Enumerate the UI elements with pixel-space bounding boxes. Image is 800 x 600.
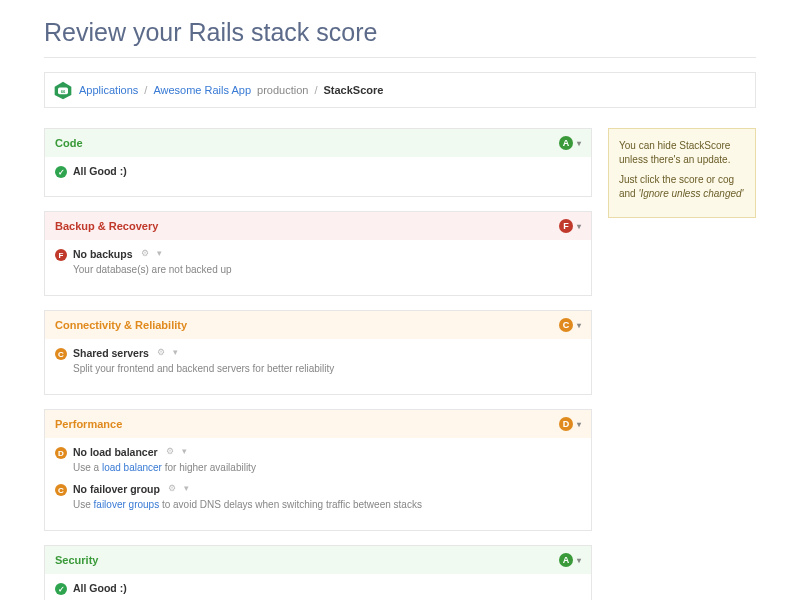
gear-icon[interactable]: ⚙ bbox=[168, 483, 176, 493]
item-title: No backups bbox=[73, 248, 133, 260]
tip-line1: You can hide StackScore unless there's a… bbox=[619, 139, 745, 167]
breadcrumb-sep: / bbox=[314, 84, 317, 96]
section: CodeA▾✓All Good :) bbox=[44, 128, 592, 197]
item-description: Split your frontend and backend servers … bbox=[73, 362, 581, 376]
item-badge: C bbox=[55, 348, 67, 360]
item-description: Use a load balancer for higher availabil… bbox=[73, 461, 581, 475]
chevron-down-icon[interactable]: ▾ bbox=[577, 222, 581, 231]
breadcrumb-sep: / bbox=[144, 84, 147, 96]
section: SecurityA▾✓All Good :) bbox=[44, 545, 592, 600]
breadcrumb: 66 Applications / Awesome Rails App prod… bbox=[44, 72, 756, 108]
item-badge: ✓ bbox=[55, 166, 67, 178]
section-title: Backup & Recovery bbox=[55, 220, 158, 232]
grade-badge[interactable]: C bbox=[559, 318, 573, 332]
chevron-down-icon[interactable]: ▾ bbox=[157, 248, 162, 258]
section-title: Connectivity & Reliability bbox=[55, 319, 187, 331]
grade-badge[interactable]: A bbox=[559, 136, 573, 150]
item-badge: F bbox=[55, 249, 67, 261]
tip-box: You can hide StackScore unless there's a… bbox=[608, 128, 756, 218]
tip-line2: Just click the score or cog and 'Ignore … bbox=[619, 173, 745, 201]
sections-column: CodeA▾✓All Good :)Backup & RecoveryF▾FNo… bbox=[44, 128, 592, 600]
section-header[interactable]: Backup & RecoveryF▾ bbox=[45, 212, 591, 240]
section-body: FNo backups⚙▾Your database(s) are not ba… bbox=[45, 240, 591, 295]
item-title: No load balancer bbox=[73, 446, 158, 458]
grade-badge[interactable]: A bbox=[559, 553, 573, 567]
item-description: Your database(s) are not backed up bbox=[73, 263, 581, 277]
section-title: Performance bbox=[55, 418, 122, 430]
gear-icon[interactable]: ⚙ bbox=[157, 347, 165, 357]
breadcrumb-current: StackScore bbox=[323, 84, 383, 96]
chevron-down-icon[interactable]: ▾ bbox=[173, 347, 178, 357]
item-badge: D bbox=[55, 447, 67, 459]
section-body: ✓All Good :) bbox=[45, 574, 591, 600]
item-badge: C bbox=[55, 484, 67, 496]
list-item: FNo backups⚙▾ bbox=[55, 248, 581, 261]
section-body: DNo load balancer⚙▾Use a load balancer f… bbox=[45, 438, 591, 530]
gear-icon[interactable]: ⚙ bbox=[166, 446, 174, 456]
grade-badge[interactable]: D bbox=[559, 417, 573, 431]
chevron-down-icon[interactable]: ▾ bbox=[182, 446, 187, 456]
grade-badge[interactable]: F bbox=[559, 219, 573, 233]
page-title: Review your Rails stack score bbox=[44, 18, 756, 47]
gear-icon[interactable]: ⚙ bbox=[141, 248, 149, 258]
section-header[interactable]: PerformanceD▾ bbox=[45, 410, 591, 438]
cloud66-logo-icon: 66 bbox=[53, 80, 73, 100]
chevron-down-icon[interactable]: ▾ bbox=[577, 139, 581, 148]
divider bbox=[44, 57, 756, 58]
breadcrumb-app[interactable]: Awesome Rails App bbox=[153, 84, 251, 96]
chevron-down-icon[interactable]: ▾ bbox=[577, 556, 581, 565]
breadcrumb-applications[interactable]: Applications bbox=[79, 84, 138, 96]
chevron-down-icon[interactable]: ▾ bbox=[577, 420, 581, 429]
section-header[interactable]: Connectivity & ReliabilityC▾ bbox=[45, 311, 591, 339]
section-title: Code bbox=[55, 137, 83, 149]
section: Backup & RecoveryF▾FNo backups⚙▾Your dat… bbox=[44, 211, 592, 296]
section-body: ✓All Good :) bbox=[45, 157, 591, 196]
chevron-down-icon[interactable]: ▾ bbox=[184, 483, 189, 493]
breadcrumb-env: production bbox=[257, 84, 308, 96]
inline-link[interactable]: load balancer bbox=[102, 462, 162, 473]
svg-text:66: 66 bbox=[61, 89, 66, 94]
section-header[interactable]: CodeA▾ bbox=[45, 129, 591, 157]
section: PerformanceD▾DNo load balancer⚙▾Use a lo… bbox=[44, 409, 592, 531]
list-item: CShared servers⚙▾ bbox=[55, 347, 581, 360]
chevron-down-icon[interactable]: ▾ bbox=[577, 321, 581, 330]
list-item: CNo failover group⚙▾ bbox=[55, 483, 581, 496]
list-item: ✓All Good :) bbox=[55, 582, 581, 595]
list-item: ✓All Good :) bbox=[55, 165, 581, 178]
inline-link[interactable]: failover groups bbox=[94, 499, 160, 510]
section: Connectivity & ReliabilityC▾CShared serv… bbox=[44, 310, 592, 395]
section-header[interactable]: SecurityA▾ bbox=[45, 546, 591, 574]
item-title: No failover group bbox=[73, 483, 160, 495]
item-badge: ✓ bbox=[55, 583, 67, 595]
item-title: All Good :) bbox=[73, 165, 127, 177]
section-title: Security bbox=[55, 554, 98, 566]
list-item: DNo load balancer⚙▾ bbox=[55, 446, 581, 459]
item-description: Use failover groups to avoid DNS delays … bbox=[73, 498, 581, 512]
item-title: All Good :) bbox=[73, 582, 127, 594]
item-title: Shared servers bbox=[73, 347, 149, 359]
section-body: CShared servers⚙▾Split your frontend and… bbox=[45, 339, 591, 394]
